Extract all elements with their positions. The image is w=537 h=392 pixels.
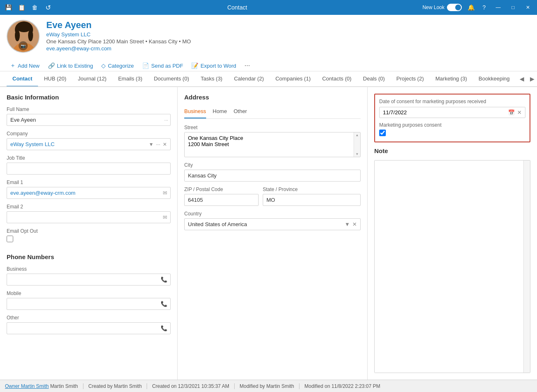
scroll-down-icon[interactable]: ▼ xyxy=(356,152,359,156)
tab-bookkeeping[interactable]: Bookkeeping xyxy=(473,71,516,87)
company-more-icon[interactable]: ··· xyxy=(156,142,160,147)
tabs-prev-button[interactable]: ◀ xyxy=(517,74,527,84)
consent-date-clear-icon[interactable]: ✕ xyxy=(517,109,522,116)
tab-deals[interactable]: Deals (0) xyxy=(357,71,391,87)
business-phone-field-group: Business 📞 xyxy=(7,266,171,286)
job-title-input[interactable] xyxy=(7,163,171,175)
job-title-field-group: Job Title xyxy=(7,155,171,175)
new-look-toggle[interactable]: New Look xyxy=(423,4,462,11)
tabs-bar: Contact HUB (20) Journal (12) Emails (3)… xyxy=(0,71,537,87)
address-title: Address xyxy=(184,94,361,101)
email2-label: Email 2 xyxy=(7,204,171,210)
city-input[interactable] xyxy=(184,170,361,182)
help-icon[interactable]: ? xyxy=(480,3,488,12)
state-input[interactable] xyxy=(263,194,361,206)
street-scrollbar[interactable]: ▲ ▼ xyxy=(354,132,360,157)
more-actions-button[interactable]: ··· xyxy=(241,60,253,71)
company-input[interactable] xyxy=(10,141,147,147)
note-textarea-wrapper xyxy=(374,160,530,373)
country-clear-icon[interactable]: ✕ xyxy=(352,221,357,227)
business-phone-input[interactable] xyxy=(7,274,171,286)
company-dropdown-icon[interactable]: ▼ xyxy=(149,142,154,147)
maximize-button[interactable]: □ xyxy=(508,2,518,12)
tab-hub[interactable]: HUB (20) xyxy=(38,71,72,87)
note-title: Note xyxy=(374,147,530,154)
email2-input[interactable] xyxy=(7,211,171,223)
owner-status[interactable]: Owner Martin Smith Martin Smith xyxy=(3,383,83,389)
consent-date-actions: 📅 ✕ xyxy=(508,109,522,116)
addr-tab-business[interactable]: Business xyxy=(184,106,206,118)
company-clear-icon[interactable]: ✕ xyxy=(163,142,167,147)
zip-input[interactable] xyxy=(184,194,259,206)
notifications-icon[interactable]: 🔔 xyxy=(467,3,475,12)
title-bar: 💾 📋 🗑 ↺ Contact New Look 🔔 ? — □ ✕ xyxy=(0,0,537,15)
header-area: 📷 Eve Ayeen eWay System LLC One Kansas C… xyxy=(0,15,537,71)
tab-projects[interactable]: Projects (2) xyxy=(391,71,430,87)
save-as-icon[interactable]: 📋 xyxy=(17,3,26,12)
right-panel: Date of consent for marketing purposes r… xyxy=(368,87,537,380)
email2-mail-icon: ✉ xyxy=(163,214,167,220)
modified-on-label: Modified on xyxy=(304,383,330,389)
titlebar-left: 💾 📋 🗑 ↺ xyxy=(4,3,52,12)
note-scrollbar[interactable] xyxy=(523,161,530,373)
country-dropdown[interactable]: United States of America ▼ ✕ xyxy=(184,218,361,230)
marketing-consent-checkbox[interactable] xyxy=(379,130,386,136)
close-button[interactable]: ✕ xyxy=(523,2,533,12)
created-by-label: Created by xyxy=(88,383,113,389)
save-icon[interactable]: 💾 xyxy=(4,3,12,12)
street-field-group: Street One Kansas City Place 1200 Main S… xyxy=(184,125,361,157)
mobile-phone-icon: 📞 xyxy=(161,301,167,307)
country-dropdown-icon[interactable]: ▼ xyxy=(345,221,350,227)
zip-label: ZIP / Postal Code xyxy=(184,187,259,192)
email-opt-out-checkbox-wrapper xyxy=(7,236,171,242)
send-as-pdf-button[interactable]: 📄 Send as PDF xyxy=(139,61,188,71)
pdf-icon: 📄 xyxy=(142,62,149,69)
statusbar: Owner Martin Smith Martin Smith Created … xyxy=(0,380,537,392)
email1-input[interactable] xyxy=(7,187,171,199)
tab-contacts[interactable]: Contacts (0) xyxy=(316,71,357,87)
email-opt-out-label: Email Opt Out xyxy=(7,228,171,234)
email-opt-out-checkbox[interactable] xyxy=(7,236,13,242)
country-dropdown-actions: ▼ ✕ xyxy=(345,221,357,227)
full-name-more-icon[interactable]: ··· xyxy=(164,118,168,123)
camera-icon[interactable]: 📷 xyxy=(19,41,28,50)
mobile-phone-input[interactable] xyxy=(7,298,171,310)
refresh-icon[interactable]: ↺ xyxy=(44,3,52,12)
delete-icon[interactable]: 🗑 xyxy=(31,3,39,12)
company-field-wrapper: ▼ ··· ✕ xyxy=(7,138,171,150)
toggle-switch[interactable] xyxy=(447,4,462,11)
scroll-up-icon[interactable]: ▲ xyxy=(356,133,359,137)
avatar: 📷 xyxy=(7,20,40,53)
note-input[interactable] xyxy=(375,161,523,373)
addr-tab-other[interactable]: Other xyxy=(233,106,247,118)
tab-companies[interactable]: Companies (1) xyxy=(270,71,316,87)
street-input[interactable]: One Kansas City Place 1200 Main Street xyxy=(185,132,360,156)
note-section: Note xyxy=(374,147,530,373)
addr-tab-home[interactable]: Home xyxy=(213,106,227,118)
minimize-button[interactable]: — xyxy=(493,2,503,12)
email1-mail-icon: ✉ xyxy=(163,190,167,196)
other-phone-input[interactable] xyxy=(7,322,171,334)
tab-journal[interactable]: Journal (12) xyxy=(72,71,112,87)
tab-documents[interactable]: Documents (0) xyxy=(148,71,195,87)
mobile-phone-wrapper: 📞 xyxy=(7,298,171,310)
calendar-icon[interactable]: 📅 xyxy=(508,109,515,116)
street-label: Street xyxy=(184,125,361,130)
business-phone-wrapper: 📞 xyxy=(7,274,171,286)
tab-tasks[interactable]: Tasks (3) xyxy=(195,71,228,87)
state-label: State / Province xyxy=(263,187,361,192)
tab-calendar[interactable]: Calendar (2) xyxy=(228,71,269,87)
link-to-existing-button[interactable]: 🔗 Link to Existing xyxy=(45,61,98,71)
tab-marketing[interactable]: Marketing (3) xyxy=(430,71,473,87)
tabs-next-button[interactable]: ▶ xyxy=(527,74,537,84)
tab-emails[interactable]: Emails (3) xyxy=(112,71,148,87)
other-phone-label: Other xyxy=(7,315,171,321)
export-to-word-button[interactable]: 📝 Export to Word xyxy=(188,61,241,71)
window-title: Contact xyxy=(227,4,247,11)
tab-contact[interactable]: Contact xyxy=(7,71,38,87)
add-new-button[interactable]: ＋ Add New xyxy=(7,60,45,71)
consent-date-input[interactable] xyxy=(383,109,508,116)
full-name-input[interactable] xyxy=(7,114,171,126)
toggle-knob xyxy=(455,5,461,10)
categorize-button[interactable]: ◇ Categorize xyxy=(98,61,139,71)
